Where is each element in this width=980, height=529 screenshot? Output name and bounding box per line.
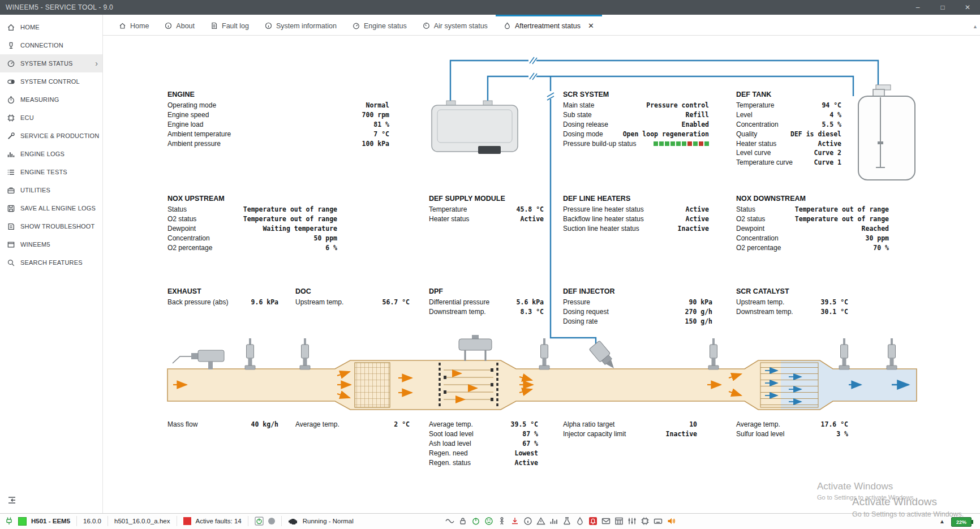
row-label: Temperature [736,101,774,109]
row-value: 4 % [829,111,841,119]
chevron-right-icon: › [95,59,98,67]
sidebar-item-label: UTILITIES [20,187,50,193]
sidebar-item-system-status[interactable]: SYSTEM STATUS › [0,54,102,72]
data-row: Backflow line heater statusActive [563,214,709,224]
data-row: DewpointWaiting temperature [167,224,337,234]
row-label: Dosing rate [563,317,598,325]
sidebar-item-measuring[interactable]: MEASURING [0,91,102,109]
sidebar-item-save-all-engine-logs[interactable]: SAVE ALL ENGINE LOGS [0,199,102,217]
sidebar-item-wineem5[interactable]: WINEEM5 [0,235,102,253]
row-label: Heater status [429,215,469,223]
panel-engine: ENGINEOperating modeNormalEngine speed70… [167,91,389,148]
sidebar-item-connection[interactable]: CONNECTION [0,36,102,54]
row-label: Quality [736,130,757,138]
tab-system-information[interactable]: System information [257,15,345,35]
sidebar-item-engine-tests[interactable]: ENGINE TESTS [0,163,102,181]
row-label: Mass flow [167,420,197,428]
row-value: 10 [689,420,697,428]
data-row: Ambient temperature7 °C [167,129,389,139]
row-value: Active [514,459,538,467]
row-label: Dosing request [563,308,609,316]
tab-fault-log[interactable]: Fault log [203,15,257,35]
mass-flow-sensor [173,350,224,369]
data-row: Pressure90 kPa [563,298,712,307]
tab-air-system-status[interactable]: Air system status [415,15,496,35]
row-value: 5.5 % [822,121,841,128]
tab-about[interactable]: About [157,15,203,35]
data-row: O2 statusTemperature out of range [167,214,337,224]
power-state-icon [255,517,264,526]
active-faults-label[interactable]: Active faults: 14 [196,518,242,524]
row-label: Regen. need [429,449,468,457]
chip-icon[interactable] [641,517,650,526]
home-icon [7,23,15,32]
tab-home[interactable]: Home [111,15,157,35]
data-row: StatusTemperature out of range [736,205,889,214]
sidebar-item-engine-logs[interactable]: ENGINE LOGS [0,145,102,163]
row-value: 700 rpm [362,111,389,119]
tab-aftertreatment-status[interactable]: Aftertreatment status ✕ [496,15,602,35]
speaker-icon[interactable] [667,517,676,526]
row-value: Normal [366,101,389,109]
stick-figure-icon[interactable] [497,517,506,526]
sidebar: HOME CONNECTION SYSTEM STATUS › SYSTEM C… [0,15,103,514]
sidebar-item-home[interactable]: HOME [0,18,102,36]
hidden-icons-arrow[interactable]: ▲ [939,518,945,524]
sidebar-item-label: SEARCH FEATURES [20,259,83,266]
close-tab-icon[interactable]: ✕ [588,21,594,30]
smiley-icon[interactable] [484,517,493,526]
data-row: Upstream temp.56.7 °C [295,298,410,307]
sidebar-item-system-control[interactable]: SYSTEM CONTROL [0,72,102,91]
row-label: Injector capacity limit [563,430,626,438]
signal-icon[interactable] [445,517,454,526]
row-label: Heater status [736,140,776,148]
mail-icon[interactable] [601,517,611,526]
briefcase-icon [7,186,15,195]
row-value: 50 ppm [313,234,337,242]
panel-title: ENGINE [167,91,389,98]
droplet-icon[interactable] [575,517,584,526]
flask-icon[interactable] [562,517,571,526]
sidebar-item-search-features[interactable]: SEARCH FEATURES [0,253,102,272]
sidebar-item-utilities[interactable]: UTILITIES [0,181,102,199]
sidebar-item-ecu[interactable]: ECU [0,109,102,127]
sidebar-item-show-troubleshoot[interactable]: SHOW TROUBLESHOOT [0,217,102,235]
data-row: Average temp.39.5 °C [429,420,538,429]
sidebar-item-service-production[interactable]: SERVICE & PRODUCTION [0,127,102,145]
scroll-up-arrow[interactable]: ▲ [973,24,978,29]
close-button[interactable]: ✕ [955,0,980,15]
grid-icon[interactable] [614,517,624,526]
row-label: Dewpoint [736,225,764,233]
status-square [704,141,709,146]
row-label: Concentration [167,234,210,242]
home-icon [119,22,126,29]
sliders-icon[interactable] [627,517,637,526]
row-value: Temperature out of range [243,215,337,223]
row-value: 45.8 °C [517,205,544,213]
warning-icon[interactable] [536,517,545,526]
chart-icon[interactable] [549,517,558,526]
sidebar-item-label: ENGINE LOGS [20,150,65,157]
row-label: Pressure [563,298,590,306]
info-icon [165,22,172,29]
lock-icon[interactable] [458,517,467,526]
data-row: Alpha ratio target10 [563,420,697,429]
wrench-icon [7,132,15,140]
row-value: Temperature out of range [243,205,337,213]
minimize-button[interactable]: – [905,0,930,15]
collapse-sidebar-button[interactable] [7,496,17,505]
row-value: Temperature out of range [795,215,889,223]
download-icon[interactable] [510,517,519,526]
row-value: 30 ppm [865,234,889,242]
row-label: Soot load level [429,430,474,438]
keyboard-icon[interactable] [654,517,663,526]
data-row: Engine speed700 rpm [167,110,389,120]
power-icon[interactable] [471,517,480,526]
alarm-icon[interactable] [588,517,598,526]
tab-label: Air system status [434,22,488,30]
info-icon[interactable] [523,517,532,526]
status-square [665,141,669,146]
tab-engine-status[interactable]: Engine status [345,15,415,35]
maximize-button[interactable]: □ [930,0,955,15]
row-label: Level [736,111,753,119]
